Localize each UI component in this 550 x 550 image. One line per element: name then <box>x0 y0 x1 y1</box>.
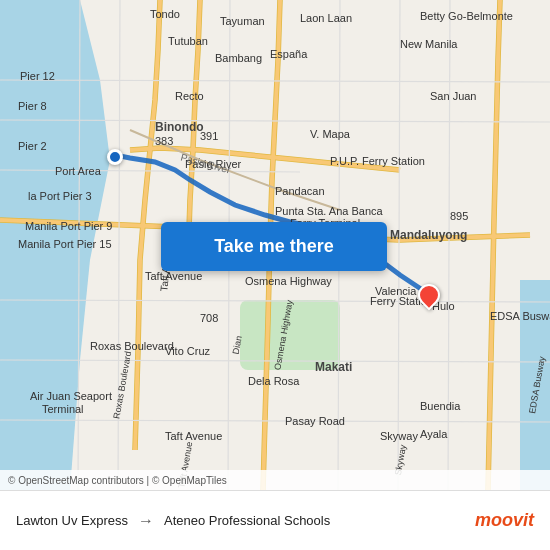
map-container: TondoTayumanLaon LaanBetty Go-BelmonteTu… <box>0 0 550 490</box>
route-from-label: Lawton Uv Express <box>16 513 128 528</box>
attribution-text: © OpenStreetMap contributors | © OpenMap… <box>8 475 227 486</box>
map-attribution: © OpenStreetMap contributors | © OpenMap… <box>0 470 550 490</box>
route-arrow: → <box>138 512 154 530</box>
destination-marker <box>418 284 440 312</box>
dest-marker-pin <box>413 279 444 310</box>
origin-marker <box>107 149 123 165</box>
route-to-label: Ateneo Professional Schools <box>164 513 330 528</box>
bottom-bar: Lawton Uv Express → Ateneo Professional … <box>0 490 550 550</box>
take-me-there-button[interactable]: Take me there <box>161 222 387 271</box>
moovit-text: moovit <box>475 510 534 531</box>
moovit-logo: moovit <box>475 510 534 531</box>
